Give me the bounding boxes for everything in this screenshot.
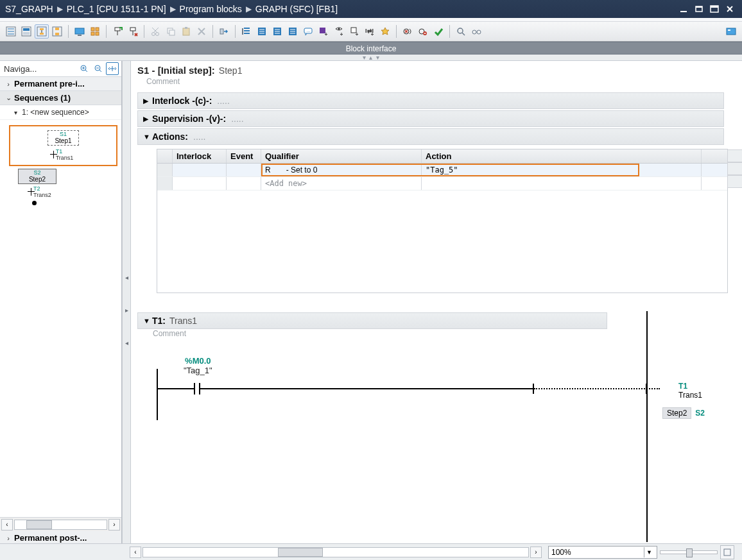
zoom-reset-icon[interactable] xyxy=(720,545,734,559)
maximize-button[interactable] xyxy=(707,3,721,15)
col-header-event[interactable]: Event xyxy=(227,149,261,163)
indent-left-icon[interactable] xyxy=(239,24,254,38)
scroll-left-icon[interactable]: ‹ xyxy=(130,547,141,558)
scroll-right-icon[interactable]: › xyxy=(530,547,542,558)
action-row[interactable]: R- Set to 0 "Tag_5" xyxy=(157,164,727,177)
breadcrumb-item[interactable]: PLC_1 [CPU 1511-1 PN] xyxy=(67,4,166,14)
contact-tag[interactable]: %M0.0 "Tag_1" xyxy=(184,356,212,375)
col-header-action[interactable]: Action xyxy=(422,149,702,163)
svg-point-27 xyxy=(156,33,159,36)
minimize-button[interactable] xyxy=(677,3,691,15)
supervision-section[interactable]: ▶Supervision -(v)-:..... xyxy=(137,110,724,127)
delete-step-icon[interactable] xyxy=(126,24,140,38)
zoom-combo[interactable]: 100% ▼ xyxy=(548,546,657,559)
scroll-track[interactable] xyxy=(142,547,529,557)
col-header-select[interactable] xyxy=(157,149,173,163)
svg-rect-52 xyxy=(724,549,730,556)
transition-header[interactable]: ▼ T1: Trans1 xyxy=(137,312,607,329)
zoom-in-icon[interactable] xyxy=(78,62,91,75)
go-online-ok-icon[interactable] xyxy=(431,24,445,38)
thumb-trans-t1[interactable]: T1Trans1 xyxy=(53,148,74,161)
chevron-down-icon[interactable]: ▼ xyxy=(644,547,654,557)
block-interface-bar[interactable]: Block interface xyxy=(0,42,742,55)
col-header-interlock[interactable]: Interlock xyxy=(173,149,227,163)
svg-text:…: … xyxy=(306,28,311,33)
right-power-rail xyxy=(646,311,648,542)
delete-icon[interactable] xyxy=(194,24,209,38)
scroll-left-icon[interactable]: ‹ xyxy=(1,519,13,530)
step-comment[interactable]: Comment xyxy=(131,77,730,91)
download-a-icon[interactable] xyxy=(316,24,331,38)
svg-rect-49 xyxy=(728,30,730,31)
format-b-icon[interactable] xyxy=(286,24,300,38)
sync-icon[interactable] xyxy=(217,24,231,38)
splitter-handle[interactable]: ▾ ▴ ▾ xyxy=(0,55,742,61)
zoom-slider[interactable] xyxy=(660,550,718,554)
sequence-thumbnail[interactable]: S1 Step1 T1Trans1 xyxy=(9,125,117,166)
interlock-section[interactable]: ▶Interlock -(c)-:..... xyxy=(137,92,724,109)
main-hscrollbar[interactable]: ‹ › xyxy=(128,547,543,558)
go-online-off-icon[interactable] xyxy=(401,24,415,38)
favorite-icon[interactable] xyxy=(378,24,392,38)
thumb-step-s2[interactable]: S2 Step2 xyxy=(18,169,56,184)
qualifier-code[interactable]: R xyxy=(265,165,271,174)
zoom-out-icon[interactable] xyxy=(92,62,105,75)
panel-settings-icon[interactable] xyxy=(724,24,738,38)
sidebar-hscrollbar[interactable]: ‹ › xyxy=(0,517,121,531)
zoom-controls: 100% ▼ xyxy=(543,545,742,559)
comment-icon[interactable]: … xyxy=(301,24,315,38)
step-heading: S1 - [Initial step]:Step1 xyxy=(131,61,730,77)
editor-toolbar: … I⇄I xyxy=(0,22,742,42)
view-steps-icon[interactable] xyxy=(35,24,49,38)
float-button[interactable] xyxy=(692,3,706,15)
close-button[interactable] xyxy=(723,3,737,15)
view-list-icon[interactable] xyxy=(4,24,18,38)
download-b-icon[interactable] xyxy=(332,24,346,38)
actions-section[interactable]: ▼Actions:..... xyxy=(137,128,724,145)
scroll-track[interactable] xyxy=(14,520,107,530)
ladder-diagram[interactable]: %M0.0 "Tag_1" T1 Trans1 xyxy=(137,350,724,459)
monitor-icon[interactable] xyxy=(73,24,87,38)
accordion-sequences[interactable]: ⌄ Sequences (1) xyxy=(0,91,121,105)
sequence-end-icon xyxy=(32,201,37,205)
breadcrumb-item[interactable]: Program blocks xyxy=(180,4,242,14)
scroll-right-icon[interactable]: › xyxy=(108,519,120,530)
format-a-icon[interactable] xyxy=(270,24,284,38)
actions-table: Interlock Event Qualifier Action R- Set … xyxy=(157,149,728,293)
breadcrumb-item[interactable]: S7_GRAPH xyxy=(5,4,53,14)
svg-rect-20 xyxy=(91,32,94,35)
accordion-permanent-pre[interactable]: › Permanent pre-i... xyxy=(0,77,121,91)
download-c-icon[interactable] xyxy=(347,24,361,38)
add-new-row[interactable]: <Add new> xyxy=(157,177,727,191)
next-step-chip[interactable]: Step2 S2 xyxy=(662,407,705,419)
scroll-thumb[interactable] xyxy=(278,548,323,557)
search-icon[interactable] xyxy=(454,24,468,38)
paste-icon[interactable] xyxy=(179,24,193,38)
cut-icon[interactable] xyxy=(148,24,162,38)
add-new-cell[interactable]: <Add new> xyxy=(261,177,422,190)
transition-comment[interactable]: Comment xyxy=(137,329,724,343)
go-online-err-icon[interactable] xyxy=(416,24,430,38)
nav-toolbar: Naviga... xyxy=(0,61,121,77)
outdent-icon[interactable] xyxy=(255,24,269,38)
download-d-icon[interactable]: I⇄I xyxy=(363,24,377,38)
no-contact-icon[interactable] xyxy=(194,383,200,395)
view-split-h-icon[interactable] xyxy=(19,24,33,38)
thumb-step-s1[interactable]: S1 Step1 xyxy=(47,130,78,146)
svg-rect-48 xyxy=(727,28,736,35)
sequence-item[interactable]: ▾ 1: <new sequence> xyxy=(0,105,121,120)
insert-step-icon[interactable] xyxy=(110,24,125,38)
action-cell[interactable]: "Tag_5" xyxy=(422,164,702,176)
copy-icon[interactable] xyxy=(164,24,178,38)
thumb-trans-t2[interactable]: T2Trans2 xyxy=(31,185,121,198)
view-chain-icon[interactable] xyxy=(50,24,64,38)
scroll-thumb[interactable] xyxy=(26,520,52,529)
fit-icon[interactable] xyxy=(106,62,119,75)
svg-point-47 xyxy=(477,30,481,34)
tiles-icon[interactable] xyxy=(88,24,102,38)
glasses-icon[interactable] xyxy=(469,24,483,38)
slider-knob[interactable] xyxy=(686,548,693,557)
breadcrumb-item[interactable]: GRAPH (SFC) [FB1] xyxy=(255,4,338,14)
vertical-splitter[interactable]: ◂ ▸ ◂ xyxy=(122,61,131,559)
col-header-qualifier[interactable]: Qualifier xyxy=(261,149,422,163)
